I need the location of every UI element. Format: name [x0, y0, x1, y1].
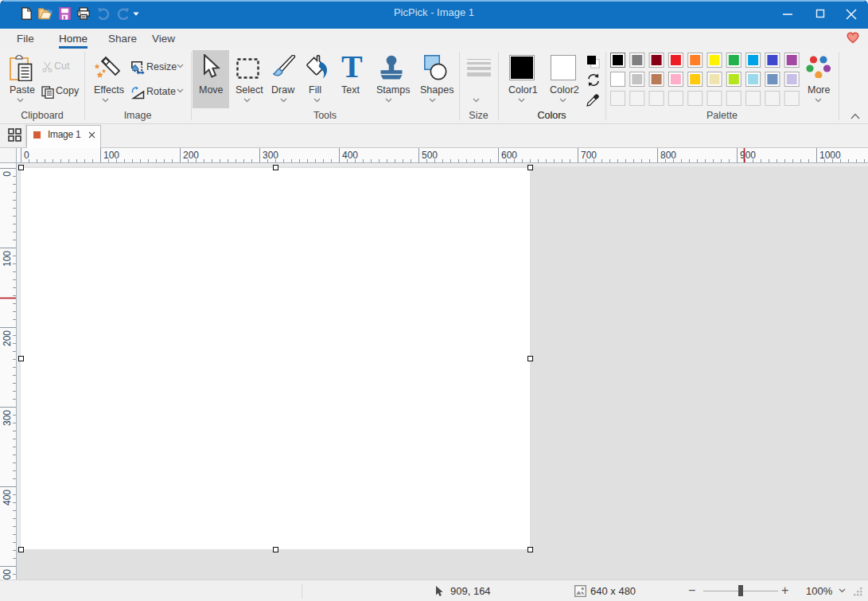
svg-text:600: 600 [501, 150, 517, 161]
svg-text:0: 0 [24, 150, 29, 161]
svg-text:200: 200 [183, 150, 199, 161]
svg-text:900: 900 [740, 150, 756, 161]
svg-text:300: 300 [263, 150, 278, 161]
svg-text:700: 700 [581, 150, 597, 161]
svg-text:1000: 1000 [819, 150, 841, 161]
svg-text:100: 100 [2, 251, 13, 267]
svg-text:300: 300 [2, 410, 13, 426]
svg-text:800: 800 [660, 150, 676, 161]
svg-text:0: 0 [2, 171, 13, 177]
svg-text:500: 500 [2, 569, 13, 580]
svg-text:100: 100 [103, 150, 119, 161]
svg-text:400: 400 [342, 150, 358, 161]
svg-text:200: 200 [2, 330, 13, 346]
svg-text:400: 400 [2, 490, 13, 505]
svg-text:500: 500 [422, 150, 438, 161]
